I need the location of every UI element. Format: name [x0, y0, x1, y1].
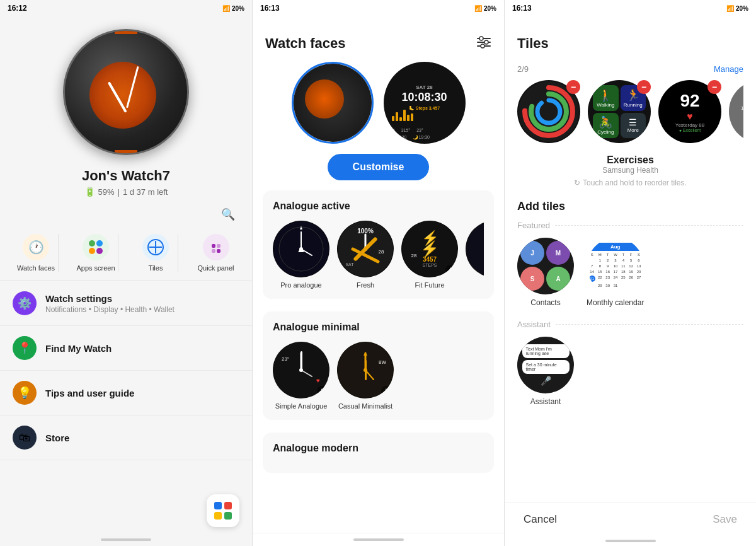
reorder-hint: ↻ Touch and hold to reorder tiles.: [517, 178, 743, 187]
svg-text:8W: 8W: [379, 359, 386, 365]
add-tile-calendar[interactable]: Aug S M T W T F S 1 2 3 4 5: [587, 238, 644, 307]
cal-d6: 5: [627, 258, 634, 263]
apps-screen-icon: [83, 234, 109, 260]
face-thumb-simple[interactable]: 23° ♥ ⬇ Simple Analogue: [273, 342, 329, 410]
cal-d5: 4: [620, 258, 627, 263]
status-bar-2: 16:13 📶 20%: [253, 0, 504, 16]
status-time-2: 16:13: [260, 4, 280, 13]
cal-d1: [588, 258, 596, 263]
walking-icon: 🚶 Walking: [593, 85, 619, 111]
cal-wed-h: W: [612, 252, 619, 257]
tile-remove-walking[interactable]: −: [637, 80, 651, 94]
add-tile-assistant[interactable]: Text Mom I'm running late Set a 30 minut…: [517, 337, 574, 406]
search-row: 🔍: [0, 197, 252, 229]
watch-battery: 🔋 59% | 1 d 37 m left: [0, 187, 252, 197]
heart-icon: ♥: [687, 111, 693, 122]
add-tile-contacts[interactable]: J M S A Contacts: [517, 238, 574, 307]
menu-find-watch[interactable]: 📍 Find My Watch: [0, 326, 252, 371]
tiles-scroll-row[interactable]: − − 🚶: [517, 80, 743, 148]
battery-icon: 🔋: [84, 187, 95, 197]
status-icons-1: 📶 20%: [222, 5, 244, 12]
face-label-simple: Simple Analogue: [275, 402, 328, 410]
find-watch-icon: 📍: [13, 336, 37, 360]
add-tiles-section: Add tiles Featured J M S A Contacts Au: [505, 200, 756, 502]
face-image-simple: 23° ♥ ⬇: [273, 342, 329, 398]
menu-store[interactable]: 🛍 Store: [0, 415, 252, 460]
menu-tips[interactable]: 💡 Tips and user guide: [0, 371, 252, 415]
svg-rect-15: [224, 512, 232, 520]
cal-d13: 12: [627, 264, 634, 269]
face-thumb-pro-analogue[interactable]: Pro analogue: [273, 221, 329, 289]
cal-d25: 24: [612, 275, 619, 282]
tile-circle-partial: 15,5...: [729, 80, 743, 143]
tile-remove-hr[interactable]: −: [707, 80, 721, 94]
cal-d16: 15: [597, 269, 604, 274]
faces-scroll[interactable]: Analogue active Pro analogue: [253, 190, 504, 533]
calendar-label: Monthly calendar: [587, 298, 644, 307]
nav-tiles[interactable]: Tiles: [134, 234, 178, 272]
face-thumb-casual[interactable]: 8W ⬇ Casual Minimalist: [337, 342, 394, 410]
face-section-analogue-modern: Analogue modern: [263, 433, 494, 473]
tips-title: Tips and user guide: [45, 388, 239, 398]
face-thumb-int[interactable]: -09 ⬇ Int...: [466, 221, 484, 289]
face-metrics2: ☀️06:30 🌙19:30: [390, 135, 430, 140]
face-preview-active[interactable]: [292, 62, 374, 144]
secondary-face-circle: SAT 28 10:08:30 🦶 Steps 3,457 89 315°: [384, 62, 466, 144]
svg-rect-8: [212, 244, 215, 248]
watch-faces-icon: 🕐: [23, 234, 49, 260]
current-face-circle: [292, 62, 374, 144]
current-tile-name: Exercises: [517, 154, 743, 166]
assistant-category: Assistant: [517, 320, 743, 329]
manage-link[interactable]: Manage: [714, 64, 743, 74]
battery-text-2: 20%: [484, 5, 496, 12]
face-preview-secondary[interactable]: SAT 28 10:08:30 🦶 Steps 3,457 89 315°: [384, 62, 466, 144]
assistant-mic-icon: 🎤: [541, 376, 551, 386]
face-label-fit-future: Fit Future: [415, 281, 444, 289]
tile-remove-exercises[interactable]: −: [566, 80, 580, 94]
cal-d23: 22: [597, 275, 604, 282]
tile-heart-rate[interactable]: − 92 ♥ Yesterday 88 ● Excellent: [658, 80, 721, 143]
face-label-casual: Casual Minimalist: [338, 402, 392, 410]
wifi-icon-2: 📶: [474, 5, 482, 12]
store-floating-button[interactable]: [207, 494, 239, 527]
search-button[interactable]: 🔍: [217, 203, 239, 226]
cancel-button[interactable]: Cancel: [524, 513, 557, 526]
cal-d19: 18: [620, 269, 627, 274]
find-watch-title: Find My Watch: [45, 343, 239, 354]
wifi-icon: 📶: [222, 5, 230, 12]
panel3-indicator-bar: [605, 540, 656, 542]
nav-quick-panel[interactable]: Quick panel: [194, 234, 238, 272]
wifi-icon-3: 📶: [726, 5, 734, 12]
svg-text:28: 28: [411, 253, 417, 258]
reorder-text: Touch and hold to reorder tiles.: [583, 178, 687, 187]
indicator-bar: [101, 538, 151, 541]
tiles-current: 2/9 Manage −: [505, 58, 756, 200]
tiles-counter: 2/9 Manage: [517, 64, 743, 74]
face-grid-1: 23° ♥ ⬇ Simple Analogue: [273, 342, 484, 410]
face-section-title-2: Analogue modern: [273, 443, 484, 454]
filter-icon[interactable]: [476, 36, 491, 52]
face-section-analogue-active: Analogue active Pro analogue: [263, 190, 494, 299]
customise-button[interactable]: Customise: [328, 154, 430, 180]
face-thumb-fit-future[interactable]: ⚡ 28 3457 STEPS ⬇ Fit Future: [401, 221, 458, 289]
tile-walking[interactable]: − 🚶 Walking 🏃 Running 🚴 Cycling: [588, 80, 651, 143]
battery-time: 1 d 37 m left: [123, 187, 168, 197]
face-metrics: 89 315° 23°: [390, 128, 423, 132]
nav-apps-screen[interactable]: Apps screen: [74, 234, 118, 272]
nav-watch-faces[interactable]: 🕐 Watch faces: [14, 234, 59, 272]
svg-text:♥: ♥: [316, 377, 320, 384]
current-face-bg: [294, 64, 372, 142]
status-icons-2: 📶 20%: [474, 5, 496, 12]
tile-exercises[interactable]: −: [517, 80, 580, 143]
face-thumb-fresh[interactable]: 100% 28 SAT Fresh: [337, 221, 394, 289]
watch-band-bottom: [115, 150, 137, 155]
svg-text:28: 28: [379, 249, 384, 255]
status-bar-1: 16:12 📶 20%: [0, 0, 252, 16]
menu-watch-settings[interactable]: ⚙️ Watch settings Notifications • Displa…: [0, 281, 252, 326]
status-bar-3: 16:13 📶 20%: [505, 0, 756, 16]
cal-d31: 30: [604, 283, 611, 288]
hr-yesterday: Yesterday 88: [670, 122, 709, 128]
hr-number: 92: [680, 91, 699, 111]
save-button[interactable]: Save: [713, 513, 737, 526]
cal-d28: 27: [635, 275, 642, 282]
